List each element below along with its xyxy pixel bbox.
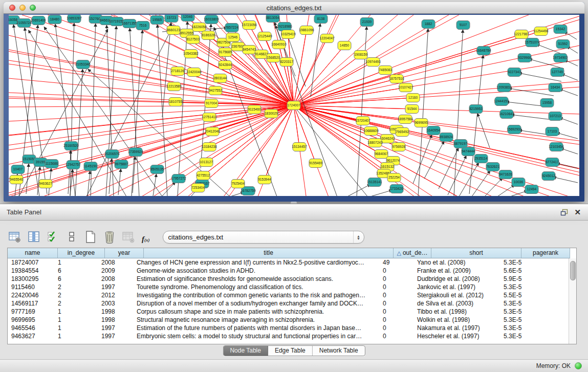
graph-node[interactable]: 12213589 — [166, 82, 182, 91]
graph-node[interactable]: 15751074 — [525, 38, 540, 47]
function-builder-icon[interactable]: f(x) — [141, 235, 151, 244]
graph-node[interactable]: 12217987 — [514, 30, 529, 39]
graph-node[interactable]: 12046 — [181, 15, 194, 21]
graph-node[interactable]: 1640954 — [427, 126, 440, 135]
graph-node[interactable]: 8454743 — [243, 46, 256, 54]
graph-node[interactable]: 9329966 — [518, 54, 531, 62]
graph-node[interactable]: 1145190 — [84, 162, 97, 171]
graph-node[interactable]: 21055724 — [16, 19, 32, 28]
graph-node[interactable]: 20206576 — [104, 150, 120, 159]
graph-node[interactable]: 18480 — [48, 15, 61, 24]
graph-node[interactable]: 9245012 — [542, 172, 555, 181]
graph-node[interactable]: 21939 — [360, 18, 374, 27]
graph-node[interactable]: 9975887 — [115, 160, 128, 169]
graph-node[interactable]: 18226058 — [191, 23, 207, 32]
close-panel-icon[interactable]: ✕ — [574, 209, 581, 216]
graph-node[interactable]: 9242844 — [219, 61, 232, 70]
graph-node[interactable]: 917004 — [205, 99, 218, 108]
graph-node[interactable]: 8938924 — [440, 133, 453, 142]
table-row[interactable]: 946362711997Embryonic stem cells: a mode… — [8, 332, 576, 340]
graph-node[interactable]: 10107427 — [398, 83, 413, 92]
window-titlebar[interactable]: citations_edges.txt — [4, 2, 584, 14]
scrollbar-thumb[interactable] — [570, 261, 576, 280]
table-row[interactable]: 1830029562008Estimation of significance … — [8, 275, 576, 283]
select-columns-icon[interactable] — [46, 230, 59, 244]
graph-node[interactable]: 1830029 — [265, 110, 278, 118]
graph-node[interactable]: 19734903 — [553, 54, 568, 62]
table-row[interactable]: 946554611997Estimation of the future num… — [8, 324, 576, 332]
graph-node[interactable]: 16671355 — [122, 19, 137, 28]
graph-node[interactable]: 9463627 — [39, 180, 52, 188]
graph-node[interactable]: 15723056 — [242, 21, 257, 30]
network-canvas[interactable]: 1605821055724206914061848010653287152760… — [9, 15, 579, 196]
graph-node[interactable]: 107213 — [549, 112, 562, 121]
graph-node[interactable]: 16648784 — [476, 47, 491, 55]
column-header-short[interactable]: short — [431, 248, 521, 258]
table-settings-icon[interactable] — [8, 230, 21, 244]
graph-node[interactable]: 12204047 — [319, 34, 335, 43]
graph-node[interactable]: 7253404 — [191, 184, 205, 192]
table-row[interactable]: 1938455462009Genome-wide association stu… — [8, 267, 576, 275]
graph-node[interactable]: 8220317 — [280, 58, 293, 67]
graph-node[interactable]: 9756928 — [392, 143, 405, 151]
column-header-title[interactable]: title — [144, 248, 394, 258]
zoom-window-button[interactable] — [30, 5, 36, 11]
graph-node[interactable]: 9155469 — [309, 159, 322, 168]
graph-node[interactable]: 15958 — [540, 99, 554, 107]
delete-table-icon[interactable] — [103, 230, 116, 244]
graph-node[interactable]: 16640910 — [271, 40, 287, 49]
graph-node[interactable]: 14850 — [338, 41, 351, 50]
graph-node[interactable]: 19218986 — [277, 23, 292, 31]
graph-node[interactable]: 9115460 — [248, 105, 261, 114]
graph-node[interactable]: 12494 — [525, 185, 538, 194]
graph-node[interactable]: 1013127 — [200, 158, 213, 167]
table-row[interactable]: 911546021997Tourette syndrome. Phenomeno… — [8, 283, 576, 291]
table-row[interactable]: 969969511998Structural magnetic resonanc… — [8, 316, 576, 324]
graph-node[interactable]: 17957272 — [171, 174, 186, 183]
column-header-in_degree[interactable]: in_degree — [58, 248, 105, 258]
graph-node[interactable]: 18807243 — [367, 139, 383, 147]
graph-node[interactable]: 91544 — [405, 105, 419, 114]
graph-node[interactable]: 8127503 — [186, 35, 200, 44]
graph-node[interactable]: 8471626 — [499, 170, 512, 179]
graph-node[interactable]: 1733426 — [390, 185, 403, 193]
graph-node[interactable]: 12103454 — [549, 143, 564, 151]
graph-node[interactable]: 6772417 — [546, 158, 559, 167]
graph-node[interactable]: 15342 — [554, 25, 567, 34]
graph-node[interactable]: 16434 — [549, 83, 562, 92]
graph-node[interactable]: 21053346 — [75, 60, 91, 69]
table-row[interactable]: 977716911998Corpus callosum shape and si… — [8, 308, 576, 316]
graph-node[interactable]: 19861096 — [299, 26, 314, 35]
graph-node[interactable]: 15723 — [165, 15, 178, 23]
graph-node[interactable]: 15134457 — [292, 143, 307, 151]
graph-node[interactable]: 16210643 — [499, 110, 514, 119]
graph-node[interactable]: 4275512 — [197, 171, 210, 180]
table-row[interactable]: 1456911722003Disruption of a novel membe… — [8, 299, 576, 308]
graph-node[interactable]: 16033809 — [204, 15, 219, 24]
table-row[interactable]: 1872400712008Changes of HCN gene express… — [8, 258, 576, 267]
column-header-name[interactable]: name — [8, 248, 58, 258]
graph-node[interactable]: 127749 — [551, 68, 564, 77]
graph-node[interactable]: 6879197 — [454, 140, 467, 148]
graph-node[interactable]: 9684067 — [375, 150, 388, 159]
graph-node[interactable]: 12546 — [226, 33, 239, 42]
tab-edge-table[interactable]: Edge Table — [268, 346, 313, 356]
graph-node[interactable]: 1908159 — [354, 51, 367, 59]
graph-node[interactable]: 7485083 — [379, 66, 392, 75]
graph-node[interactable]: 9107 — [456, 21, 470, 30]
graph-node[interactable]: 10974493 — [365, 58, 381, 67]
graph-node[interactable]: 12160 — [406, 94, 420, 102]
graph-node[interactable]: 22420046 — [186, 68, 202, 77]
graph-node[interactable]: 10543382 — [183, 50, 199, 58]
graph-node[interactable]: 9227343 — [508, 68, 521, 77]
graph-node[interactable]: 9465546 — [10, 176, 23, 184]
graph-node[interactable]: 8813054 — [266, 15, 279, 23]
table-selector-dropdown[interactable]: citations_edges.txt ▲▼ — [163, 231, 364, 244]
graph-node[interactable]: 7925404 — [231, 180, 245, 188]
graph-node[interactable]: 15692931 — [507, 125, 522, 134]
graph-node[interactable]: 13184238 — [202, 143, 217, 151]
graph-node[interactable]: 7516 — [136, 21, 149, 30]
graph-node[interactable]: 9427552 — [209, 86, 222, 95]
graph-node[interactable]: 1568520 — [267, 54, 280, 62]
graph-node[interactable]: 1115686 — [45, 160, 58, 168]
